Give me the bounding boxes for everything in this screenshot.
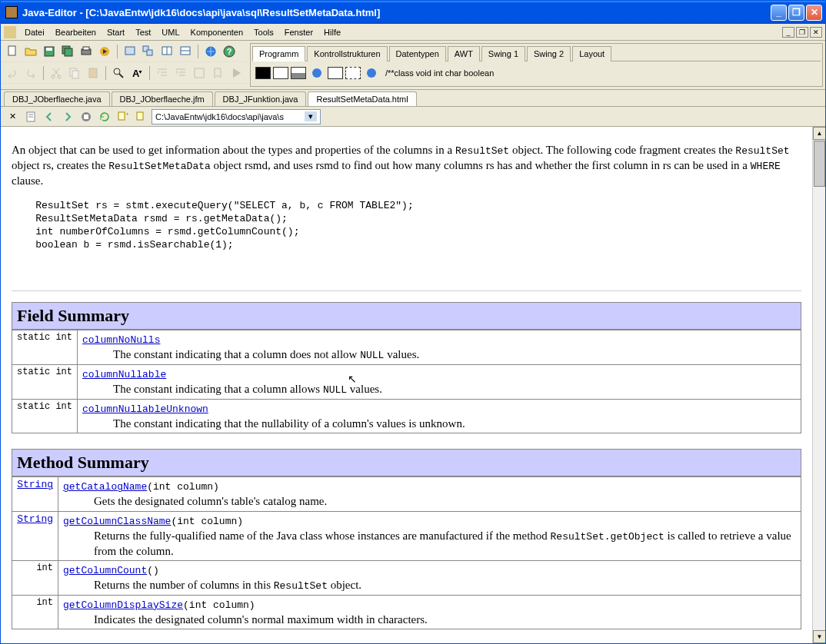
refresh-icon[interactable]	[96, 108, 113, 125]
svg-rect-34	[84, 115, 88, 119]
maximize-button[interactable]: ❐	[788, 5, 804, 21]
window-icon-2[interactable]	[140, 43, 157, 60]
address-dropdown-icon[interactable]: ▾	[305, 111, 317, 121]
comp-icon-1[interactable]	[255, 67, 271, 79]
window-icon-1[interactable]	[122, 43, 138, 60]
help-icon[interactable]: ?	[221, 43, 238, 60]
field-summary-heading: Field Summary	[12, 302, 801, 330]
link-ret-String[interactable]: String	[17, 479, 53, 490]
table-row: String getColumnClassName(int column) Re…	[12, 511, 801, 560]
link-columnNullableUnknown[interactable]: columnNullableUnknown	[82, 403, 208, 415]
open-file-icon[interactable]	[22, 43, 39, 60]
back-icon[interactable]	[41, 108, 58, 125]
svg-rect-4	[65, 48, 72, 56]
menu-datei[interactable]: Datei	[19, 26, 50, 38]
address-bar[interactable]: C:\JavaEntw\jdk16\docs\api\java\s ▾	[152, 109, 321, 124]
redo-icon	[22, 65, 39, 81]
comp-globe2-icon[interactable]	[363, 65, 380, 81]
mdi-minimize[interactable]: _	[782, 27, 794, 38]
window-title: Java-Editor - [C:\JavaEntw\jdk16\docs\ap…	[22, 7, 771, 18]
close-button[interactable]: ✕	[806, 5, 822, 21]
menu-hilfe[interactable]: Hilfe	[318, 26, 346, 38]
address-text: C:\JavaEntw\jdk16\docs\api\java\s	[155, 112, 284, 121]
forward-icon[interactable]	[59, 108, 76, 125]
tab-awt[interactable]: AWT	[448, 46, 480, 61]
svg-text:?: ?	[227, 47, 232, 56]
table-row: String getCatalogName(int column) Gets t…	[12, 477, 801, 511]
menubar: Datei Bearbeiten Start Test UML Komponen…	[1, 24, 825, 41]
browser-icon[interactable]	[202, 43, 219, 60]
filetab-2[interactable]: DBJ_JFunktion.java	[215, 91, 307, 106]
link-getCatalogName[interactable]: getCatalogName	[63, 481, 147, 493]
menu-uml[interactable]: UML	[156, 26, 185, 38]
comp-icon-3[interactable]	[291, 67, 306, 79]
page-icon[interactable]	[22, 108, 39, 125]
filetab-3[interactable]: ResultSetMetaData.html	[308, 91, 416, 106]
comp-icon-2[interactable]	[273, 67, 288, 79]
scroll-thumb[interactable]	[814, 141, 825, 187]
link-columnNullable[interactable]: columnNullable	[82, 369, 166, 380]
filetab-0[interactable]: DBJ_JOberflaeche.java	[4, 91, 110, 106]
mdi-close[interactable]: ✕	[810, 27, 822, 38]
component-panel: Programm Kontrollstrukturen Datentypen A…	[250, 43, 823, 87]
run-icon[interactable]	[96, 43, 113, 60]
svg-point-28	[312, 68, 321, 78]
vertical-scrollbar[interactable]: ▲ ▼	[812, 127, 825, 643]
mdi-restore[interactable]: ❐	[796, 27, 808, 38]
scroll-down-icon[interactable]: ▼	[813, 630, 825, 643]
comp-globe-icon[interactable]	[308, 65, 325, 81]
menu-tools[interactable]: Tools	[248, 26, 279, 38]
link-columnNoNulls[interactable]: columnNoNulls	[82, 334, 160, 346]
link-ret-String[interactable]: String	[17, 513, 53, 525]
new-file-icon[interactable]	[4, 43, 21, 60]
window-icon-4[interactable]	[177, 43, 194, 60]
toolbar-row-1: ?	[1, 41, 248, 62]
minimize-button[interactable]: _	[771, 5, 787, 21]
document-body: An object that can be used to get inform…	[1, 127, 812, 634]
stop-icon[interactable]	[78, 108, 95, 125]
svg-rect-27	[195, 68, 204, 78]
doc-icon	[4, 26, 16, 38]
svg-rect-10	[147, 50, 152, 55]
app-icon	[5, 6, 18, 18]
play-icon	[228, 65, 245, 81]
document-viewport[interactable]: An object that can be used to get inform…	[1, 127, 825, 643]
menu-komponenten[interactable]: Komponenten	[185, 26, 249, 38]
comp-icon-4[interactable]	[328, 67, 343, 79]
window-icon-3[interactable]	[158, 43, 175, 60]
tab-layout[interactable]: Layout	[572, 46, 611, 61]
link-getColumnCount[interactable]: getColumnCount	[63, 565, 147, 576]
mdi-controls: _ ❐ ✕	[782, 27, 822, 38]
tab-programm[interactable]: Programm	[252, 46, 305, 61]
tab-swing1[interactable]: Swing 1	[481, 46, 525, 61]
save-all-icon[interactable]	[59, 43, 76, 60]
table-row: static int columnNullable The constant i…	[12, 365, 801, 400]
tab-kontrollstrukturen[interactable]: Kontrollstrukturen	[307, 46, 387, 61]
titlebar: Java-Editor - [C:\JavaEntw\jdk16\docs\ap…	[1, 1, 825, 24]
tab-swing2[interactable]: Swing 2	[527, 46, 571, 61]
save-icon[interactable]	[41, 43, 58, 60]
link-getColumnClassName[interactable]: getColumnClassName	[63, 516, 171, 527]
component-tabs: Programm Kontrollstrukturen Datentypen A…	[252, 45, 821, 61]
font-icon[interactable]: A▼	[128, 65, 145, 81]
menu-start[interactable]: Start	[102, 26, 130, 38]
menu-test[interactable]: Test	[130, 26, 156, 38]
paste-icon	[85, 65, 102, 81]
indent-left-icon	[154, 65, 171, 81]
close-tab-icon[interactable]: ✕	[4, 108, 21, 125]
field-summary-table: static int columnNoNulls The constant in…	[12, 330, 801, 433]
svg-rect-0	[8, 46, 15, 55]
file-tabs: DBJ_JOberflaeche.java DBJ_JOberflaeche.j…	[1, 90, 825, 107]
filetab-1[interactable]: DBJ_JOberflaeche.jfm	[112, 91, 213, 106]
window-controls: _ ❐ ✕	[771, 5, 822, 21]
print-icon[interactable]	[78, 43, 95, 60]
find-icon[interactable]	[110, 65, 127, 81]
menu-fenster[interactable]: Fenster	[279, 26, 318, 38]
menu-bearbeiten[interactable]: Bearbeiten	[50, 26, 102, 38]
comp-icon-5[interactable]	[345, 67, 361, 79]
tab-datentypen[interactable]: Datentypen	[389, 46, 446, 61]
bookmark-add-icon[interactable]: +	[115, 108, 132, 125]
link-getColumnDisplaySize[interactable]: getColumnDisplaySize	[63, 599, 183, 611]
scroll-up-icon[interactable]: ▲	[813, 127, 825, 140]
bookmark-list-icon[interactable]	[133, 108, 150, 125]
